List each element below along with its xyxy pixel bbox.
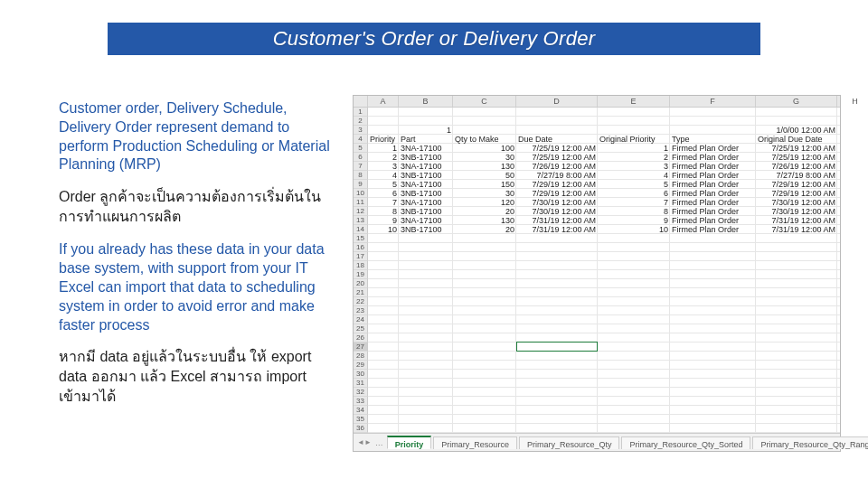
row-header[interactable]: 8 [354,171,368,180]
cell[interactable]: 1/0/00 12:00 AM [756,126,837,135]
col-header-E[interactable]: E [598,96,670,107]
cell[interactable]: 9 [598,216,670,225]
tab-nav-prev-icon[interactable]: ◄ [357,436,364,449]
row-header[interactable]: 13 [354,216,368,225]
cell[interactable]: 7/25/19 12:00 AM [516,144,598,153]
cell[interactable]: 7/31/19 12:00 AM [756,216,837,225]
cell[interactable]: 2 [368,153,399,162]
header-cell[interactable]: Qty to Make [453,135,516,144]
row-header[interactable]: 28 [354,352,368,361]
cell[interactable]: 5 [368,180,399,189]
row-header[interactable]: 30 [354,370,368,379]
cell[interactable]: 3 [368,162,399,171]
row-header[interactable]: 24 [354,315,368,324]
cell[interactable]: 7/29/19 12:00 AM [756,189,837,198]
cell[interactable]: 7/31/19 12:00 AM [756,225,837,234]
cell[interactable]: 30 [453,153,516,162]
cell[interactable] [453,126,516,135]
cell[interactable]: Firmed Plan Order [670,189,756,198]
cell[interactable]: 10 [368,225,399,234]
cell[interactable]: 3 [598,162,670,171]
cell[interactable]: 30 [453,189,516,198]
cell[interactable]: 7/30/19 12:00 AM [756,198,837,207]
cell[interactable]: 6 [598,189,670,198]
cell[interactable]: 100 [453,144,516,153]
row-header[interactable]: 29 [354,361,368,370]
row-header[interactable]: 9 [354,180,368,189]
row-header[interactable]: 11 [354,198,368,207]
row-header[interactable]: 25 [354,324,368,333]
row-header[interactable]: 27 [354,343,368,352]
cell[interactable]: Firmed Plan Order [670,225,756,234]
cell[interactable]: 8 [368,207,399,216]
cell[interactable]: 7 [368,198,399,207]
cell[interactable]: 7/31/19 12:00 AM [516,216,598,225]
cell[interactable]: Firmed Plan Order [670,216,756,225]
cell[interactable]: Firmed Plan Order [670,180,756,189]
cell[interactable]: 120 [453,198,516,207]
cell[interactable]: 1 [399,126,453,135]
cell[interactable]: Firmed Plan Order [670,198,756,207]
cell[interactable]: 7 [598,198,670,207]
cell[interactable]: 3NA-17100 [399,216,453,225]
header-cell[interactable]: Due Date [516,135,598,144]
row-header[interactable]: 34 [354,406,368,415]
cell[interactable]: 1 [598,144,670,153]
row-header[interactable]: 22 [354,297,368,306]
col-header-H[interactable]: H [837,96,868,107]
cell[interactable] [670,126,756,135]
cell[interactable] [516,126,598,135]
cell[interactable]: 7/26/19 12:00 AM [516,162,598,171]
cell[interactable]: 8 [598,207,670,216]
row-header[interactable]: 35 [354,415,368,424]
tab-nav-next-icon[interactable]: ► [364,436,372,449]
col-header-B[interactable]: B [399,96,453,107]
cell[interactable]: 7/29/19 12:00 AM [516,180,598,189]
cell[interactable]: 7/26/19 12:00 AM [756,162,837,171]
row-header[interactable]: 6 [354,153,368,162]
cell[interactable]: 150 [453,180,516,189]
cell[interactable]: 3NA-17100 [399,144,453,153]
cell[interactable]: Firmed Plan Order [670,162,756,171]
cell[interactable]: Firmed Plan Order [670,153,756,162]
row-header[interactable]: 14 [354,225,368,234]
col-header-F[interactable]: F [670,96,756,107]
sheet-tab[interactable]: Primary_Resource_Qty [519,436,620,449]
cell[interactable]: 20 [453,225,516,234]
cell[interactable]: 20 [453,207,516,216]
cell[interactable]: 7/25/19 12:00 AM [516,153,598,162]
row-header[interactable]: 5 [354,144,368,153]
col-header-C[interactable]: C [453,96,516,107]
cell[interactable]: 7/25/19 12:00 AM [756,153,837,162]
header-cell[interactable]: Original Due Date [756,135,837,144]
spreadsheet[interactable]: ABCDEFGH 1234567891011121314151617181920… [353,95,841,452]
cell[interactable]: 3NB-17100 [399,171,453,180]
row-header[interactable]: 17 [354,252,368,261]
sheet-tab[interactable]: Primary_Resource [433,436,517,449]
row-header[interactable]: 7 [354,162,368,171]
row-header[interactable]: 12 [354,207,368,216]
cell[interactable]: 3NB-17100 [399,207,453,216]
cell[interactable]: 130 [453,162,516,171]
cell[interactable]: 10 [598,225,670,234]
cell[interactable]: 5 [598,180,670,189]
cell[interactable] [598,126,670,135]
row-header[interactable]: 23 [354,306,368,315]
row-header[interactable]: 4 [354,135,368,144]
row-header[interactable]: 16 [354,243,368,252]
row-header[interactable]: 18 [354,261,368,270]
cell[interactable]: 3NB-17100 [399,153,453,162]
cell[interactable]: 4 [368,171,399,180]
cell[interactable]: 6 [368,189,399,198]
cell[interactable]: 3NA-17100 [399,162,453,171]
cell[interactable]: 7/27/19 8:00 AM [516,171,598,180]
row-header[interactable]: 26 [354,333,368,343]
row-header[interactable]: 36 [354,424,368,433]
cell[interactable]: 3NA-17100 [399,180,453,189]
cell[interactable]: 3NB-17100 [399,225,453,234]
header-cell[interactable]: Part [399,135,453,144]
row-header[interactable]: 15 [354,234,368,243]
cell[interactable]: Firmed Plan Order [670,144,756,153]
cell[interactable]: 9 [368,216,399,225]
cell[interactable]: 7/30/19 12:00 AM [756,207,837,216]
